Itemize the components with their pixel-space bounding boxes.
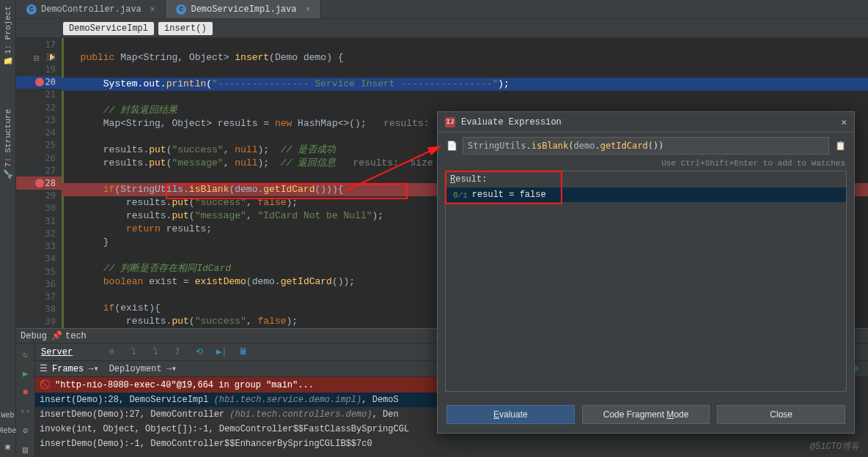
thread-status-icon: 🚫 (40, 379, 51, 390)
frames-pane: ☰ Frames →▾ Deployment →▾ 🚫 "http-nio-80… (35, 361, 472, 457)
stop-icon[interactable]: ■ (19, 386, 32, 399)
code-fragment-mode-button[interactable]: Code Fragment Mode (582, 405, 710, 424)
run-to-cursor-icon[interactable]: ▶| (215, 346, 228, 359)
tool-web[interactable]: Web (1, 412, 14, 420)
debug-side-toolbar: ↻ ▶ ■ ◦◦ ⊘ ▤ (16, 343, 35, 457)
pin-icon[interactable]: 📌 (51, 330, 62, 341)
code-line (62, 38, 868, 51)
code-line (62, 64, 868, 78)
breadcrumb: DemoServiceImpl insert() (16, 19, 868, 38)
tool-project[interactable]: 📁1: Project (3, 6, 12, 67)
mute-breakpoints-icon[interactable]: ⊘ (19, 424, 32, 437)
result-text: result = false (472, 190, 546, 200)
bottom-corner-icon[interactable]: ▣ (5, 442, 10, 451)
step-out-icon[interactable]: ⤴ (171, 346, 184, 359)
drop-frame-icon[interactable]: ⟲ (193, 346, 206, 359)
tab-democtrl[interactable]: C DemoController.java × (16, 0, 166, 18)
tool-structure[interactable]: 🔧7: Structure (3, 109, 12, 179)
evaluate-expression-dialog: IJ Evaluate Expression ✕ 📄 StringUtils.i… (437, 111, 855, 434)
app-icon: IJ (445, 117, 455, 127)
frame-row[interactable]: insertDemo(Demo):27, DemoController (hbi… (35, 407, 471, 422)
dialog-buttons: Evaluate Code Fragment Mode Close (438, 398, 854, 433)
thread-name: "http-nio-8080-exec-40"@19,664 in group … (55, 380, 314, 390)
rerun-icon[interactable]: ↻ (19, 348, 32, 361)
editor-tabs: C DemoController.java × C DemoServiceImp… (16, 0, 868, 19)
java-class-icon: C (26, 4, 37, 15)
clipboard-icon[interactable]: 📋 (834, 139, 847, 152)
code-line: public Map<String, Object> insert(Demo d… (62, 51, 868, 64)
watermark: @51CTO博客 (810, 440, 859, 453)
breadcrumb-method[interactable]: insert() (158, 22, 213, 35)
dialog-titlebar[interactable]: IJ Evaluate Expression ✕ (438, 112, 854, 133)
java-class-icon: C (176, 4, 186, 15)
view-breakpoints-icon[interactable]: ◦◦ (19, 405, 32, 418)
result-pane: Result: 0̸1 result = false (445, 171, 847, 392)
history-icon[interactable]: 📄 (445, 139, 458, 152)
frames-list[interactable]: 🚫 "http-nio-8080-exec-40"@19,664 in grou… (35, 377, 471, 457)
close-icon[interactable]: × (305, 5, 310, 14)
debug-tab-server[interactable]: Server (41, 347, 73, 357)
frame-row[interactable]: insert(Demo):28, DemoServiceImpl (hbi.te… (35, 393, 471, 407)
dialog-hint: Use Ctrl+Shift+Enter to add to Watches (438, 159, 854, 171)
expression-input[interactable]: StringUtils.isBlank(demo.getIdCard()) (463, 137, 829, 155)
tab-demoservice[interactable]: C DemoServiceImpl.java × (166, 0, 321, 18)
dialog-title-text: Evaluate Expression (461, 117, 562, 127)
force-step-into-icon[interactable]: ⤵ (149, 346, 162, 359)
close-button[interactable]: Close (717, 405, 845, 424)
evaluate-expression-icon[interactable]: 🖩 (237, 346, 250, 359)
debug-title-text: Debug (21, 331, 47, 341)
breadcrumb-class[interactable]: DemoServiceImpl (63, 22, 154, 35)
debug-config-name: tech (65, 331, 87, 341)
evaluate-button[interactable]: Evaluate (446, 405, 575, 424)
frame-thread-selector[interactable]: 🚫 "http-nio-8080-exec-40"@19,664 in grou… (35, 377, 471, 393)
frames-label[interactable]: Frames (52, 364, 84, 374)
frames-head: ☰ Frames →▾ Deployment →▾ (35, 361, 471, 377)
frame-row[interactable]: invoke(int, Object, Object[]):-1, DemoCo… (35, 422, 471, 436)
gutter[interactable]: 1718⊟19202122232425262728293031323334353… (16, 38, 62, 328)
close-icon[interactable]: ✕ (841, 116, 847, 128)
result-label: Result: (446, 171, 846, 187)
tab-label: DemoServiceImpl.java (191, 4, 296, 15)
result-row[interactable]: 0̸1 result = false (446, 187, 846, 202)
frame-row[interactable]: insertDemo(Demo):-1, DemoController$$Enh… (35, 436, 471, 451)
close-icon[interactable]: × (150, 5, 155, 14)
tab-label: DemoController.java (41, 4, 141, 15)
code-line-highlighted: System.out.println("---------------- Ser… (62, 78, 868, 91)
step-over-icon[interactable]: ≡ (105, 346, 118, 359)
boolean-icon: 0̸1 (453, 190, 468, 200)
layout-icon[interactable]: ▤ (19, 443, 32, 456)
resume-icon[interactable]: ▶ (19, 367, 32, 380)
step-into-icon[interactable]: ⤵ (127, 346, 140, 359)
left-tool-strip-bottom: Web JRebel ▣ (0, 325, 16, 457)
deployment-label[interactable]: Deployment (109, 364, 162, 374)
code-line (62, 91, 868, 104)
